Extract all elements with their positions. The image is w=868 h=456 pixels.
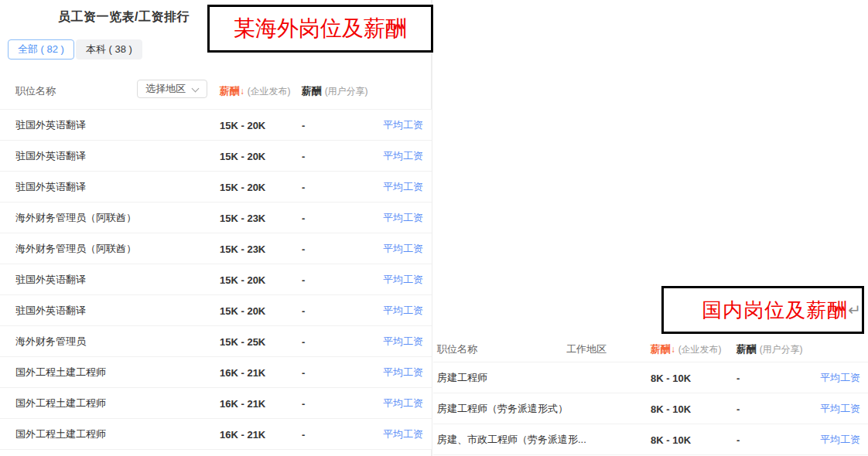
- table-row: 国外工程土建工程师 16K - 21K - 平均工资: [0, 419, 432, 450]
- table-row: 海外财务管理员 15K - 25K - 平均工资: [0, 326, 432, 357]
- salary-company-value: 15K - 23K: [220, 243, 265, 254]
- table-row: 房建工程师（劳务派遣形式） 8K - 10K - 平均工资: [433, 393, 868, 424]
- salary-company-value: 15K - 25K: [220, 335, 265, 347]
- salary-user-value: -: [302, 274, 305, 285]
- salary-user-value: -: [302, 181, 305, 192]
- table-row: 海外财务管理员（阿联酋） 15K - 23K - 平均工资: [0, 233, 432, 264]
- return-mark-icon: ↵: [848, 301, 861, 319]
- salary-company-note: (企业发布): [248, 86, 291, 97]
- annotation-overseas-text: 某海外岗位及薪酬: [234, 14, 407, 43]
- column-header-salary-user: 薪酬 (用户分享): [736, 342, 803, 356]
- job-title: 驻国外英语翻译: [15, 273, 86, 287]
- salary-company-value: 15K - 23K: [220, 212, 265, 223]
- table-row: 驻国外英语翻译 15K - 20K - 平均工资: [0, 141, 432, 172]
- job-title: 国外工程土建工程师: [15, 396, 106, 410]
- job-title: 房建、市政工程师（劳务派遣形...: [437, 433, 586, 447]
- column-header-salary-company[interactable]: 薪酬↓ (企业发布): [220, 84, 291, 98]
- job-title: 海外财务管理员（阿联酋）: [15, 242, 136, 256]
- salary-company-value: 16K - 21K: [220, 366, 265, 378]
- table-row: 国外工程土建工程师 16K - 21K - 平均工资: [0, 357, 432, 388]
- overseas-table: 驻国外英语翻译 15K - 20K - 平均工资 驻国外英语翻译 15K - 2…: [0, 109, 432, 450]
- table-row: 房建工程师 8K - 10K - 平均工资: [433, 362, 868, 393]
- tab-bachelor[interactable]: 本科 ( 38 ): [76, 39, 142, 60]
- column-header-salary-company[interactable]: 薪酬↓ (企业发布): [651, 342, 722, 356]
- salary-user-value: -: [302, 366, 305, 378]
- salary-user-value: -: [302, 305, 305, 316]
- job-title: 驻国外英语翻译: [15, 149, 86, 163]
- domestic-panel: 职位名称 工作地区 薪酬↓ (企业发布) 薪酬 (用户分享) 房建工程师 8K …: [433, 0, 868, 456]
- region-select[interactable]: 选择地区: [137, 80, 207, 98]
- average-salary-link[interactable]: 平均工资: [383, 304, 423, 318]
- average-salary-link[interactable]: 平均工资: [383, 366, 423, 379]
- annotation-overseas-box: 某海外岗位及薪酬: [207, 5, 433, 53]
- page: 员工资一览表/工资排行 全部 ( 82 ) 本科 ( 38 ) 职位名称 选择地…: [0, 0, 868, 456]
- column-header-region: 工作地区: [566, 342, 607, 356]
- average-salary-link[interactable]: 平均工资: [820, 433, 860, 447]
- table-row: 国外工程土建工程师 16K - 21K - 平均工资: [0, 388, 432, 419]
- salary-user-value: -: [736, 403, 740, 414]
- average-salary-link[interactable]: 平均工资: [383, 149, 423, 163]
- job-title: 国外工程土建工程师: [15, 366, 106, 379]
- salary-user-value: -: [302, 428, 305, 440]
- salary-company-value: 16K - 21K: [220, 397, 265, 409]
- job-title: 房建工程师（劳务派遣形式）: [437, 402, 568, 416]
- tab-all[interactable]: 全部 ( 82 ): [8, 39, 74, 60]
- salary-user-note: (用户分享): [760, 344, 803, 355]
- salary-user-value: -: [302, 335, 305, 347]
- column-header-job: 职位名称: [437, 342, 477, 356]
- average-salary-link[interactable]: 平均工资: [820, 371, 860, 385]
- page-title: 员工资一览表/工资排行: [58, 9, 190, 26]
- annotation-domestic-text: 国内岗位及薪酬: [702, 297, 848, 324]
- job-title: 海外财务管理员: [15, 335, 86, 349]
- job-title: 海外财务管理员（阿联酋）: [15, 211, 136, 225]
- column-header-job: 职位名称: [15, 84, 56, 98]
- average-salary-link[interactable]: 平均工资: [820, 402, 860, 416]
- chevron-down-icon: [192, 85, 200, 93]
- salary-user-value: -: [302, 212, 305, 223]
- average-salary-link[interactable]: 平均工资: [383, 427, 423, 441]
- domestic-table: 房建工程师 8K - 10K - 平均工资 房建工程师（劳务派遣形式） 8K -…: [433, 362, 868, 455]
- salary-company-value: 8K - 10K: [651, 403, 691, 414]
- average-salary-link[interactable]: 平均工资: [383, 211, 423, 225]
- salary-company-value: 15K - 20K: [220, 274, 265, 285]
- average-salary-link[interactable]: 平均工资: [383, 118, 423, 132]
- salary-company-value: 15K - 20K: [220, 150, 265, 162]
- table-row: 驻国外英语翻译 15K - 20K - 平均工资: [0, 110, 432, 141]
- salary-sort-label: 薪酬: [651, 343, 671, 355]
- sort-desc-icon: ↓: [671, 344, 675, 355]
- salary-user-value: -: [736, 434, 740, 445]
- job-title: 驻国外英语翻译: [15, 180, 86, 194]
- region-select-value: 选择地区: [145, 82, 186, 96]
- salary-user-value: -: [736, 372, 740, 383]
- salary-user-label: 薪酬: [302, 85, 322, 97]
- job-title: 驻国外英语翻译: [15, 304, 86, 318]
- column-header-salary-user: 薪酬 (用户分享): [302, 84, 368, 98]
- job-title: 驻国外英语翻译: [15, 118, 86, 132]
- salary-user-value: -: [302, 243, 305, 254]
- overseas-panel: 员工资一览表/工资排行 全部 ( 82 ) 本科 ( 38 ) 职位名称 选择地…: [0, 0, 432, 456]
- average-salary-link[interactable]: 平均工资: [383, 396, 423, 410]
- table-row: 驻国外英语翻译 15K - 20K - 平均工资: [0, 295, 432, 326]
- average-salary-link[interactable]: 平均工资: [383, 273, 423, 287]
- salary-company-value: 16K - 21K: [220, 428, 265, 440]
- salary-user-note: (用户分享): [325, 86, 368, 97]
- salary-sort-label: 薪酬: [220, 85, 240, 97]
- salary-user-value: -: [302, 150, 305, 162]
- table-row: 房建、市政工程师（劳务派遣形... 8K - 10K - 平均工资: [433, 424, 868, 455]
- average-salary-link[interactable]: 平均工资: [383, 180, 423, 194]
- sort-desc-icon: ↓: [240, 86, 244, 97]
- job-title: 房建工程师: [437, 371, 487, 385]
- job-title: 国外工程土建工程师: [15, 427, 106, 441]
- salary-user-value: -: [302, 119, 305, 131]
- average-salary-link[interactable]: 平均工资: [383, 242, 423, 256]
- salary-company-value: 8K - 10K: [651, 372, 691, 383]
- salary-company-value: 8K - 10K: [651, 434, 691, 445]
- salary-company-note: (企业发布): [678, 344, 722, 355]
- average-salary-link[interactable]: 平均工资: [383, 335, 423, 349]
- salary-company-value: 15K - 20K: [220, 181, 265, 192]
- salary-company-value: 15K - 20K: [220, 119, 265, 131]
- annotation-domestic-box: 国内岗位及薪酬↵: [661, 286, 864, 334]
- table-row: 海外财务管理员（阿联酋） 15K - 23K - 平均工资: [0, 202, 432, 233]
- salary-user-label: 薪酬: [736, 343, 757, 355]
- salary-user-value: -: [302, 397, 305, 409]
